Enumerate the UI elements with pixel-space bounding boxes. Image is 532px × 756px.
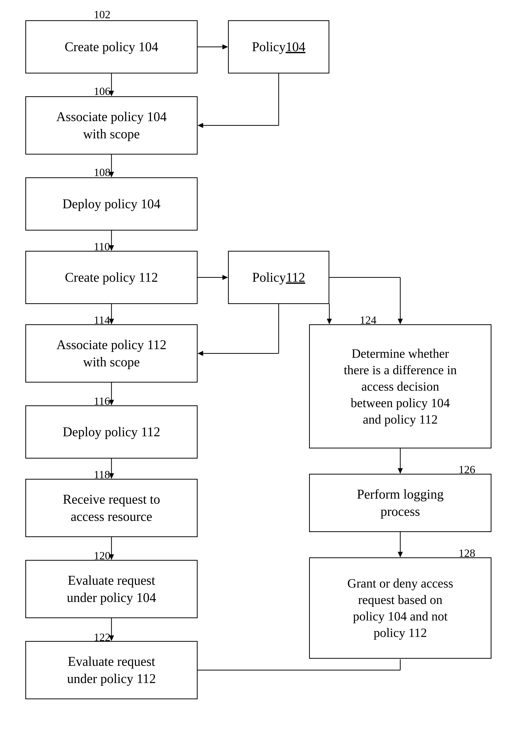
box-create-policy-104: Create policy 104: [25, 20, 198, 73]
label-108: 108: [94, 166, 111, 179]
svg-marker-20: [198, 123, 203, 128]
box-policy-104: Policy 104: [228, 20, 329, 73]
box-deploy-104: Deploy policy 104: [25, 177, 198, 230]
box-perform-logging: Perform loggingprocess: [309, 474, 492, 532]
label-106: 106: [94, 85, 111, 98]
box-evaluate-104: Evaluate requestunder policy 104: [25, 560, 198, 618]
svg-marker-32: [398, 468, 403, 474]
svg-marker-34: [398, 552, 403, 557]
box-determine-difference: Determine whetherthere is a difference i…: [309, 324, 492, 448]
svg-marker-25: [198, 351, 203, 356]
svg-marker-30: [398, 319, 403, 324]
box-evaluate-112: Evaluate requestunder policy 112: [25, 641, 198, 699]
diagram-container: Create policy 104 102 Policy 104 106 Ass…: [0, 0, 532, 756]
label-102: 102: [94, 8, 111, 21]
box-create-policy-112: Create policy 112: [25, 251, 198, 304]
box-associate-104: Associate policy 104with scope: [25, 96, 198, 154]
svg-marker-27: [327, 319, 332, 324]
svg-marker-17: [223, 44, 228, 49]
box-associate-112: Associate policy 112with scope: [25, 324, 198, 383]
svg-marker-22: [223, 275, 228, 280]
box-deploy-112: Deploy policy 112: [25, 405, 198, 459]
box-receive-request: Receive request toaccess resource: [25, 479, 198, 537]
box-policy-112: Policy 112: [228, 251, 329, 304]
box-grant-deny: Grant or deny accessrequest based onpoli…: [309, 557, 492, 659]
